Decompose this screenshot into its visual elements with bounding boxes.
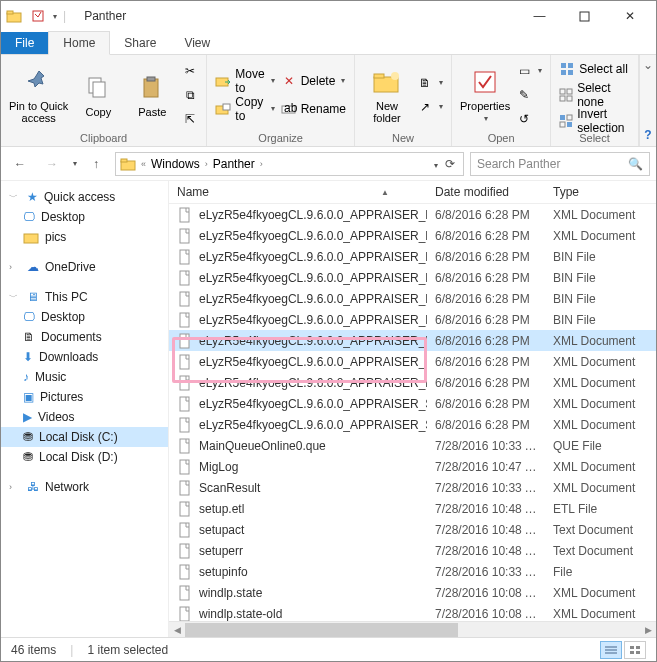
table-row[interactable]: eLyzR5e4fkyoegCL.9.6.0.0_APPRAISER_De...… xyxy=(169,225,656,246)
new-folder-button[interactable]: New folder xyxy=(363,66,411,124)
copy-to-button[interactable]: Copy to▾ xyxy=(215,98,274,120)
file-date: 6/8/2016 6:28 PM xyxy=(427,418,545,432)
nav-videos[interactable]: ▶Videos xyxy=(1,407,168,427)
nav-desktop2[interactable]: 🖵Desktop xyxy=(1,307,168,327)
refresh-icon[interactable]: ⟳ xyxy=(445,157,455,171)
details-view-button[interactable] xyxy=(600,641,622,659)
breadcrumb-part[interactable]: Panther xyxy=(213,157,255,171)
desktop-icon: 🖵 xyxy=(23,310,35,324)
table-row[interactable]: eLyzR5e4fkyoegCL.9.6.0.0_APPRAISER_Ev...… xyxy=(169,246,656,267)
history-button[interactable]: ↺ xyxy=(516,108,542,130)
copy-path-button[interactable]: ⧉ xyxy=(182,84,198,106)
breadcrumb-dropdown-icon[interactable]: ▾ xyxy=(434,161,438,170)
file-icon xyxy=(177,585,193,601)
table-row[interactable]: eLyzR5e4fkyoegCL.9.6.0.0_APPRAISER_Se...… xyxy=(169,414,656,435)
group-organize-label: Organize xyxy=(215,132,346,146)
pin-quick-access-button[interactable]: Pin to Quick access xyxy=(9,66,68,124)
nav-this-pc[interactable]: ﹀🖥This PC xyxy=(1,287,168,307)
search-input[interactable]: Search Panther 🔍 xyxy=(470,152,650,176)
nav-local-d[interactable]: ⛃Local Disk (D:) xyxy=(1,447,168,467)
svg-rect-21 xyxy=(560,89,565,94)
col-date[interactable]: Date modified xyxy=(427,185,545,199)
nav-music[interactable]: ♪Music xyxy=(1,367,168,387)
nav-local-c[interactable]: ⛃Local Disk (C:) xyxy=(1,427,168,447)
svg-rect-5 xyxy=(93,82,105,97)
table-row[interactable]: ScanResult7/28/2016 10:33 AMXML Document xyxy=(169,477,656,498)
nav-documents[interactable]: 🗎Documents xyxy=(1,327,168,347)
file-date: 7/28/2016 10:08 AM xyxy=(427,607,545,621)
table-row[interactable]: setup.etl7/28/2016 10:48 AMETL File xyxy=(169,498,656,519)
nav-pics[interactable]: pics xyxy=(1,227,168,247)
col-type[interactable]: Type xyxy=(545,185,656,199)
table-row[interactable]: MigLog7/28/2016 10:47 AMXML Document xyxy=(169,456,656,477)
paste-shortcut-button[interactable]: ⇱ xyxy=(182,108,198,130)
paste-button[interactable]: Paste xyxy=(128,72,176,118)
thumbnails-view-button[interactable] xyxy=(624,641,646,659)
nav-desktop[interactable]: 🖵Desktop xyxy=(1,207,168,227)
properties-small-icon[interactable] xyxy=(29,7,47,25)
table-row[interactable]: setuperr7/28/2016 10:48 AMText Document xyxy=(169,540,656,561)
properties-button[interactable]: Properties▾ xyxy=(460,66,510,123)
table-row[interactable]: eLyzR5e4fkyoegCL.9.6.0.0_APPRAISER_Fil..… xyxy=(169,330,656,351)
table-row[interactable]: windlp.state-old7/28/2016 10:08 AMXML Do… xyxy=(169,603,656,621)
table-row[interactable]: eLyzR5e4fkyoegCL.9.6.0.0_APPRAISER_Mi...… xyxy=(169,372,656,393)
back-button[interactable]: ← xyxy=(7,151,33,177)
tab-file[interactable]: File xyxy=(1,32,48,54)
svg-rect-36 xyxy=(180,292,189,306)
minimize-button[interactable]: — xyxy=(517,2,562,30)
table-row[interactable]: eLyzR5e4fkyoegCL.9.6.0.0_APPRAISER_Ev...… xyxy=(169,267,656,288)
col-name[interactable]: Name▲ xyxy=(169,185,427,199)
easy-access-button[interactable]: ↗▾ xyxy=(417,96,443,118)
table-row[interactable]: setupinfo7/28/2016 10:33 AMFile xyxy=(169,561,656,582)
table-row[interactable]: windlp.state7/28/2016 10:08 AMXML Docume… xyxy=(169,582,656,603)
tab-view[interactable]: View xyxy=(170,32,224,54)
forward-button[interactable]: → xyxy=(39,151,65,177)
svg-rect-48 xyxy=(180,544,189,558)
ribbon-collapse-icon[interactable]: ⌄ xyxy=(640,55,656,75)
nav-pictures[interactable]: ▣Pictures xyxy=(1,387,168,407)
nav-quick-access[interactable]: ﹀★Quick access xyxy=(1,187,168,207)
edit-button[interactable]: ✎ xyxy=(516,84,542,106)
nav-onedrive[interactable]: ›☁OneDrive xyxy=(1,257,168,277)
select-none-button[interactable]: Select none xyxy=(559,84,630,106)
qat-dropdown-icon[interactable]: ▾ xyxy=(53,12,57,21)
nav-downloads[interactable]: ⬇Downloads xyxy=(1,347,168,367)
help-icon[interactable]: ? xyxy=(640,124,655,146)
horizontal-scrollbar[interactable]: ◀▶ xyxy=(169,621,656,637)
table-row[interactable]: eLyzR5e4fkyoegCL.9.6.0.0_APPRAISER_Ev...… xyxy=(169,288,656,309)
table-row[interactable]: eLyzR5e4fkyoegCL.9.6.0.0_APPRAISER_Se...… xyxy=(169,393,656,414)
tab-home[interactable]: Home xyxy=(48,31,110,55)
svg-rect-38 xyxy=(180,334,189,348)
file-icon xyxy=(177,522,193,538)
file-type: XML Document xyxy=(545,334,656,348)
table-row[interactable]: eLyzR5e4fkyoegCL.9.6.0.0_APPRAISER_H...6… xyxy=(169,351,656,372)
breadcrumb[interactable]: « Windows › Panther › ▾ ⟳ xyxy=(115,152,464,176)
up-button[interactable]: ↑ xyxy=(83,151,109,177)
table-row[interactable]: setupact7/28/2016 10:48 AMText Document xyxy=(169,519,656,540)
copy-button[interactable]: Copy xyxy=(74,72,122,118)
select-all-button[interactable]: Select all xyxy=(559,58,630,80)
file-icon xyxy=(177,375,193,391)
invert-selection-button[interactable]: Invert selection xyxy=(559,110,630,132)
table-row[interactable]: eLyzR5e4fkyoegCL.9.6.0.0_APPRAISER_De...… xyxy=(169,204,656,225)
breadcrumb-part[interactable]: Windows xyxy=(151,157,200,171)
file-name: eLyzR5e4fkyoegCL.9.6.0.0_APPRAISER_Se... xyxy=(199,397,427,411)
close-button[interactable]: ✕ xyxy=(607,2,652,30)
table-row[interactable]: MainQueueOnline0.que7/28/2016 10:33 AMQU… xyxy=(169,435,656,456)
pictures-icon: ▣ xyxy=(23,390,34,404)
tab-share[interactable]: Share xyxy=(110,32,170,54)
selection-count: 1 item selected xyxy=(87,643,168,657)
nav-network[interactable]: ›🖧Network xyxy=(1,477,168,497)
new-item-button[interactable]: 🗎▾ xyxy=(417,72,443,94)
cut-button[interactable]: ✂ xyxy=(182,60,198,82)
history-dropdown-icon[interactable]: ▾ xyxy=(73,159,77,168)
folder-small-icon xyxy=(120,156,136,172)
copyto-icon xyxy=(215,101,231,117)
delete-button[interactable]: ✕Delete▾ xyxy=(281,70,346,92)
move-to-button[interactable]: Move to▾ xyxy=(215,70,274,92)
rename-button[interactable]: abRename xyxy=(281,98,346,120)
open-button[interactable]: ▭▾ xyxy=(516,60,542,82)
maximize-button[interactable] xyxy=(562,2,607,30)
table-row[interactable]: eLyzR5e4fkyoegCL.9.6.0.0_APPRAISER_Ev...… xyxy=(169,309,656,330)
nav-pane: ﹀★Quick access 🖵Desktop pics ›☁OneDrive … xyxy=(1,181,169,637)
